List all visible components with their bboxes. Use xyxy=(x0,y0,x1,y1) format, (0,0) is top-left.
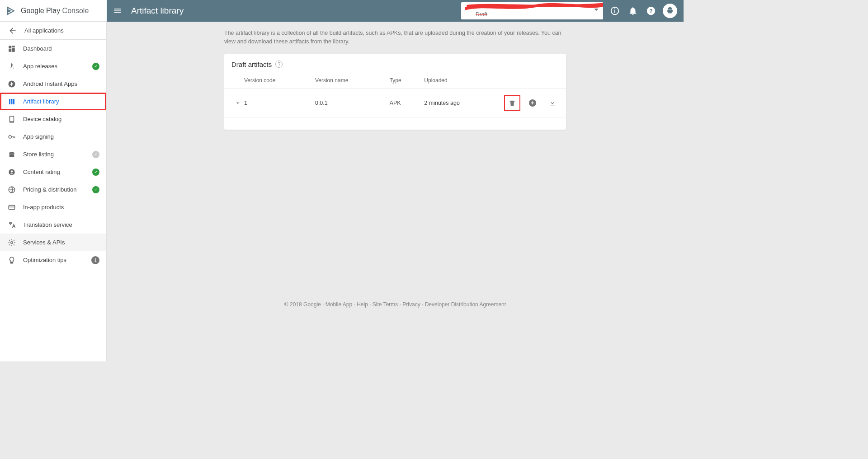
col-uploaded: Uploaded xyxy=(424,73,499,89)
delete-highlight xyxy=(504,95,520,111)
footer-link-privacy[interactable]: Privacy xyxy=(402,301,420,308)
back-all-applications[interactable]: All applications xyxy=(0,22,106,40)
footer-copyright: © 2018 Google xyxy=(284,301,321,308)
sidebar-item-label: Android Instant Apps xyxy=(23,80,77,87)
cell-version-code: 1 xyxy=(244,88,315,117)
cell-version-name: 0.0.1 xyxy=(315,88,390,117)
check-icon xyxy=(94,152,98,157)
delete-button[interactable] xyxy=(506,97,519,109)
check-badge xyxy=(92,169,99,176)
app-selector-subtext: Draft xyxy=(476,11,487,18)
logo-text: Google Play Console xyxy=(21,7,89,15)
sidebar-app-releases[interactable]: App releases xyxy=(0,57,106,75)
help-button[interactable]: ? xyxy=(642,2,660,20)
translate-icon xyxy=(8,221,16,229)
sidebar-dashboard[interactable]: Dashboard xyxy=(0,40,106,57)
back-label: All applications xyxy=(24,27,64,34)
footer-link-mobile[interactable]: Mobile App xyxy=(326,301,352,308)
key-icon xyxy=(8,133,16,141)
svg-marker-0 xyxy=(7,6,15,15)
header: Google Play Console Artifact library Dra… xyxy=(0,0,684,22)
redaction-scribble xyxy=(465,2,603,11)
notifications-button[interactable] xyxy=(624,2,642,20)
artifacts-table: Version code Version name Type Uploaded … xyxy=(224,73,566,118)
table-row: 1 0.0.1 APK 2 minutes ago + xyxy=(224,88,566,117)
svg-point-9 xyxy=(11,170,13,173)
check-icon xyxy=(94,64,98,69)
sidebar-item-label: App releases xyxy=(23,63,57,70)
sidebar-item-label: Dashboard xyxy=(23,45,52,52)
sidebar-content-rating[interactable]: Content rating xyxy=(0,163,106,181)
card-title: Draft artifacts xyxy=(231,61,272,68)
app-selector[interactable]: Draft xyxy=(461,2,603,19)
sidebar-artifact-library[interactable]: Artifact library xyxy=(0,93,106,110)
sidebar-item-label: Content rating xyxy=(23,169,60,175)
svg-point-7 xyxy=(9,136,11,138)
footer: © 2018 Google · Mobile App · Help · Site… xyxy=(224,301,566,308)
store-icon xyxy=(8,150,16,159)
globe-icon xyxy=(8,186,16,194)
hamburger-icon xyxy=(113,6,122,15)
account-avatar[interactable] xyxy=(663,4,677,18)
menu-button[interactable] xyxy=(107,0,128,22)
sidebar-item-label: Artifact library xyxy=(23,98,59,105)
help-icon: ? xyxy=(646,6,656,16)
bulb-icon xyxy=(8,256,16,264)
sidebar-in-app-products[interactable]: In-app products xyxy=(0,198,106,216)
android-icon xyxy=(666,7,674,15)
sidebar-item-label: Services & APIs xyxy=(23,239,65,246)
sidebar: All applications Dashboard App releases … xyxy=(0,22,107,361)
svg-rect-12 xyxy=(9,206,15,207)
page-description: The artifact library is a collection of … xyxy=(224,29,566,46)
check-icon xyxy=(94,170,98,174)
card-icon xyxy=(8,203,16,211)
sidebar-item-label: Pricing & distribution xyxy=(23,186,77,193)
footer-link-dda[interactable]: Developer Distribution Agreement xyxy=(425,301,506,308)
card-help-icon[interactable]: ? xyxy=(275,61,283,68)
trash-icon xyxy=(509,99,516,107)
play-logo-icon xyxy=(5,5,16,16)
tips-count-badge: 1 xyxy=(91,256,99,264)
sidebar-instant-apps[interactable]: Android Instant Apps xyxy=(0,75,106,93)
bolt-icon xyxy=(8,80,16,88)
sidebar-item-label: In-app products xyxy=(23,204,64,211)
cell-uploaded: 2 minutes ago xyxy=(424,88,499,117)
expand-row-button[interactable] xyxy=(231,97,244,109)
svg-rect-2 xyxy=(614,10,615,13)
sidebar-services-apis[interactable]: Services & APIs xyxy=(0,234,106,251)
sidebar-item-label: Store listing xyxy=(23,151,54,158)
logo[interactable]: Google Play Console xyxy=(0,0,107,22)
cell-type: APK xyxy=(390,88,425,117)
col-version-code: Version code xyxy=(244,73,315,89)
arrow-left-icon xyxy=(8,26,17,35)
check-badge xyxy=(92,63,99,70)
draft-artifacts-card: Draft artifacts ? Version code Version n… xyxy=(224,54,566,130)
sidebar-device-catalog[interactable]: Device catalog xyxy=(0,110,106,128)
sidebar-item-label: Optimization tips xyxy=(23,257,66,263)
check-badge-incomplete xyxy=(92,151,99,158)
chevron-down-icon xyxy=(234,99,241,107)
sidebar-optimization-tips[interactable]: Optimization tips 1 xyxy=(0,251,106,269)
sidebar-translation[interactable]: Translation service xyxy=(0,216,106,234)
footer-link-help[interactable]: Help xyxy=(357,301,368,308)
download-icon xyxy=(549,99,556,107)
dashboard-icon xyxy=(8,45,16,53)
sidebar-item-label: App signing xyxy=(23,133,54,140)
check-icon xyxy=(94,187,98,192)
add-button[interactable]: + xyxy=(529,99,536,107)
sidebar-item-label: Translation service xyxy=(23,221,72,228)
rating-icon xyxy=(8,168,16,176)
cog-icon xyxy=(8,239,16,247)
svg-text:?: ? xyxy=(649,8,653,14)
caret-down-icon xyxy=(594,9,599,11)
footer-link-terms[interactable]: Site Terms xyxy=(373,301,398,308)
download-button[interactable] xyxy=(546,97,559,109)
info-button[interactable] xyxy=(606,2,624,20)
svg-point-13 xyxy=(11,241,13,244)
check-badge xyxy=(92,186,99,193)
svg-rect-3 xyxy=(614,9,615,9)
sidebar-pricing[interactable]: Pricing & distribution xyxy=(0,181,106,198)
sidebar-app-signing[interactable]: App signing xyxy=(0,128,106,145)
sidebar-store-listing[interactable]: Store listing xyxy=(0,145,106,163)
device-icon xyxy=(8,115,16,123)
